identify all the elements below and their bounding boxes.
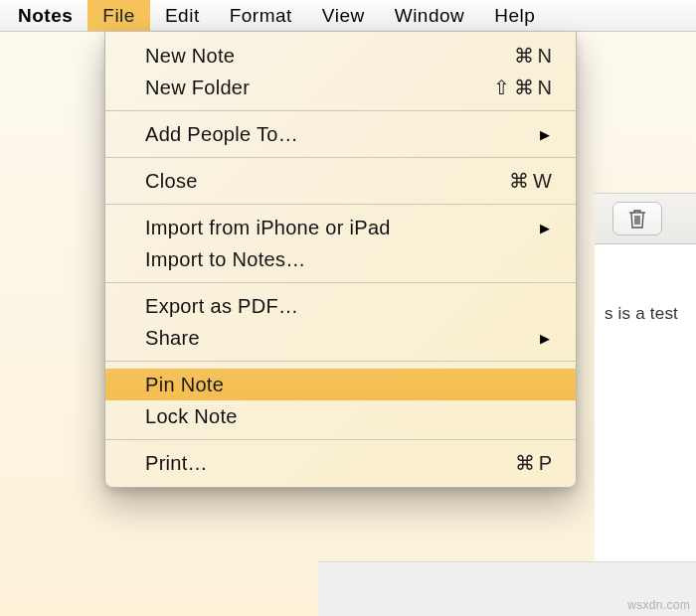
submenu-arrow-icon: ▶ <box>540 127 556 142</box>
menu-separator <box>105 282 576 283</box>
menu-item-label: New Folder <box>145 77 493 99</box>
menu-item-shortcut: ⇧⌘N <box>493 76 556 99</box>
watermark-text: wsxdn.com <box>627 598 690 612</box>
menu-item-new-note[interactable]: New Note ⌘N <box>105 40 576 72</box>
menu-app-name[interactable]: Notes <box>0 0 87 31</box>
menu-item-share[interactable]: Share ▶ <box>105 322 576 354</box>
toolbar-fragment <box>595 193 696 244</box>
menu-item-shortcut: ⌘N <box>514 44 556 68</box>
menu-item-shortcut: ⌘W <box>509 169 556 193</box>
trash-icon <box>627 208 647 230</box>
menu-item-import-notes[interactable]: Import to Notes… <box>105 243 576 275</box>
delete-button[interactable] <box>612 202 662 235</box>
menu-separator <box>105 110 576 111</box>
menu-item-label: Import to Notes… <box>145 248 556 271</box>
menu-item-label: Close <box>145 170 509 193</box>
menu-item-add-people[interactable]: Add People To… ▶ <box>105 118 576 150</box>
menu-item-pin-note[interactable]: Pin Note <box>105 369 576 400</box>
menu-item-new-folder[interactable]: New Folder ⇧⌘N <box>105 72 576 103</box>
menu-item-shortcut: ⌘P <box>515 451 556 475</box>
submenu-arrow-icon: ▶ <box>540 221 556 235</box>
file-menu-dropdown: New Note ⌘N New Folder ⇧⌘N Add People To… <box>104 32 577 488</box>
menubar: Notes File Edit Format View Window Help <box>0 0 696 32</box>
note-text: s is a test <box>605 304 678 323</box>
menu-view[interactable]: View <box>307 0 380 31</box>
menu-separator <box>105 204 576 205</box>
menu-item-lock-note[interactable]: Lock Note <box>105 400 576 432</box>
menu-separator <box>105 361 576 362</box>
menu-item-export-pdf[interactable]: Export as PDF… <box>105 290 576 322</box>
menu-item-label: Share <box>145 327 540 350</box>
menu-item-label: Import from iPhone or iPad <box>145 217 540 239</box>
menu-item-print[interactable]: Print… ⌘P <box>105 447 576 479</box>
menu-item-label: Export as PDF… <box>145 295 556 318</box>
menu-item-close[interactable]: Close ⌘W <box>105 165 576 197</box>
menu-separator <box>105 439 576 440</box>
submenu-arrow-icon: ▶ <box>540 331 556 346</box>
menu-item-label: Add People To… <box>145 123 540 146</box>
menu-file[interactable]: File <box>87 0 150 31</box>
menu-item-import-iphone[interactable]: Import from iPhone or iPad ▶ <box>105 212 576 243</box>
menu-item-label: Print… <box>145 452 515 475</box>
menu-help[interactable]: Help <box>479 0 550 31</box>
menu-item-label: Lock Note <box>145 405 556 428</box>
menu-window[interactable]: Window <box>380 0 480 31</box>
note-content-fragment[interactable]: s is a test <box>595 244 696 616</box>
menu-item-label: Pin Note <box>145 374 556 396</box>
menu-item-label: New Note <box>145 45 514 68</box>
menu-format[interactable]: Format <box>215 0 307 31</box>
menu-edit[interactable]: Edit <box>150 0 215 31</box>
menu-separator <box>105 157 576 158</box>
